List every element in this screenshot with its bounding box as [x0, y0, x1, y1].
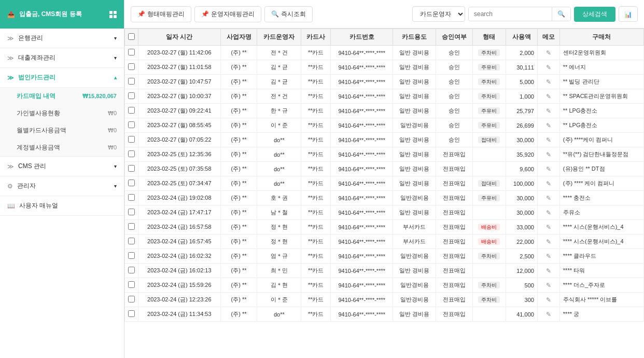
menu-cms-header[interactable]: ≫ CMS 관리 ▾ — [0, 157, 124, 176]
edit-icon[interactable]: ✎ — [546, 282, 551, 289]
row-company: (주) ** — [220, 176, 257, 191]
edit-icon[interactable]: ✎ — [546, 93, 551, 100]
operator-mapping-btn[interactable]: 📌 운영자매핑관리 — [194, 6, 261, 22]
row-purchase: (유)용인 ** DT점 — [559, 162, 643, 176]
row-amount: 30,000 — [506, 133, 537, 147]
row-cardno: 9410-64**-****-**** — [331, 89, 393, 104]
row-type: 주유비 — [472, 191, 506, 205]
select-all-checkbox[interactable] — [128, 33, 135, 40]
edit-icon[interactable]: ✎ — [546, 253, 551, 260]
row-checkbox[interactable] — [128, 107, 135, 114]
submenu-card-history[interactable]: 카드매입 내역 ₩15,820,067 — [0, 88, 124, 105]
row-checkbox[interactable] — [128, 121, 135, 128]
row-memo: ✎ — [537, 46, 559, 60]
row-checkbox[interactable] — [128, 296, 135, 302]
row-checkbox[interactable] — [128, 49, 135, 56]
row-datetime: 2023-02-27 (월) 09:22:41 — [138, 104, 221, 118]
row-purchase: (주) **** 케이 컴퍼니 — [559, 176, 643, 191]
edit-icon[interactable]: ✎ — [546, 180, 551, 187]
row-amount: 30,111 — [506, 60, 537, 75]
row-checkbox[interactable] — [128, 310, 135, 317]
search-input[interactable] — [469, 7, 552, 21]
sidebar-menu: ≫ 은행관리 ▾ ≫ 대출계좌관리 ▾ ≫ 법인카드관리 ▴ 카드매입 내역 — [0, 29, 124, 358]
edit-icon[interactable]: ✎ — [546, 267, 551, 274]
row-checkbox[interactable] — [128, 180, 135, 186]
row-approval: 전표매입 — [436, 205, 472, 220]
edit-icon[interactable]: ✎ — [546, 296, 551, 304]
row-cardco: **카드 — [301, 220, 331, 235]
search-button[interactable]: 🔍 — [552, 7, 570, 21]
row-type: 주유비 — [472, 118, 506, 133]
edit-icon[interactable]: ✎ — [546, 122, 551, 129]
menu-manual-header[interactable]: 📖 사용자 매뉴얼 — [0, 196, 124, 215]
row-checkbox-cell — [125, 278, 138, 293]
row-memo: ✎ — [537, 162, 559, 176]
row-company: (주) ** — [220, 118, 257, 133]
edit-icon[interactable]: ✎ — [546, 238, 551, 245]
type-badge: 주차비 — [478, 282, 500, 288]
edit-icon[interactable]: ✎ — [546, 166, 551, 173]
edit-icon[interactable]: ✎ — [546, 136, 551, 144]
row-checkbox[interactable] — [128, 78, 135, 85]
edit-icon[interactable]: ✎ — [546, 64, 551, 71]
menu-admin-header[interactable]: ⚙ 관리자 ▾ — [0, 176, 124, 196]
row-cardno: 9410-64**-****-**** — [331, 249, 393, 264]
type-badge: 주차비 — [478, 49, 500, 56]
row-operator: do** — [257, 307, 301, 322]
excel-btn[interactable]: 📊 — [619, 6, 638, 22]
edit-icon[interactable]: ✎ — [546, 107, 551, 115]
row-type: 주차비 — [472, 278, 506, 293]
row-amount: 2,000 — [506, 46, 537, 60]
row-purpose: 일반 경비용 — [393, 176, 436, 191]
menu-bank-header[interactable]: ≫ 은행관리 ▾ — [0, 29, 124, 48]
edit-icon[interactable]: ✎ — [546, 224, 551, 231]
row-checkbox[interactable] — [128, 63, 135, 70]
edit-icon[interactable]: ✎ — [546, 151, 551, 158]
row-cardco: **카드 — [301, 162, 331, 176]
edit-icon[interactable]: ✎ — [546, 209, 551, 216]
row-purpose: 부서카드 — [393, 220, 436, 235]
row-company: (주) ** — [220, 249, 257, 264]
row-checkbox-cell — [125, 191, 138, 205]
table-row: 2023-02-27 (월) 09:22:41 (주) ** 한＊규 **카드 … — [125, 104, 644, 118]
submenu-personal-usage[interactable]: 가인별사용현황 ₩0 — [0, 105, 124, 122]
submenu-account-usage[interactable]: 계정별사용금액 ₩0 — [0, 139, 124, 156]
category-select[interactable]: 카드운영자 사업자명 카드번호 — [412, 6, 465, 22]
instant-inquiry-btn[interactable]: 🔍 즉시조회 — [264, 6, 313, 22]
row-checkbox[interactable] — [128, 165, 135, 172]
row-company: (주) ** — [220, 46, 257, 60]
menu-loan-header[interactable]: ≫ 대출계좌관리 ▾ — [0, 48, 124, 67]
row-checkbox[interactable] — [128, 136, 135, 143]
row-checkbox[interactable] — [128, 194, 135, 201]
detail-search-btn[interactable]: 상세검색 — [574, 7, 615, 22]
row-company: (주) ** — [220, 191, 257, 205]
row-amount: 30,000 — [506, 205, 537, 220]
form-mapping-btn[interactable]: 📌 형태매핑관리 — [131, 6, 191, 22]
row-checkbox[interactable] — [128, 281, 135, 288]
edit-icon[interactable]: ✎ — [546, 311, 551, 318]
row-amount: 12,000 — [506, 264, 537, 278]
edit-icon[interactable]: ✎ — [546, 195, 551, 202]
menu-corpcard-header[interactable]: ≫ 법인카드관리 ▴ — [0, 68, 124, 87]
row-operator: do** — [257, 133, 301, 147]
edit-icon[interactable]: ✎ — [546, 78, 551, 86]
row-memo: ✎ — [537, 191, 559, 205]
row-checkbox[interactable] — [128, 267, 135, 273]
row-type: 주차비 — [472, 46, 506, 60]
row-checkbox[interactable] — [128, 223, 135, 230]
submenu-monthly-usage[interactable]: 월별카드사용금액 ₩0 — [0, 122, 124, 139]
row-checkbox[interactable] — [128, 252, 135, 259]
row-checkbox[interactable] — [128, 92, 135, 99]
table-row: 2023-02-24 (금) 11:34:53 (주) ** do** **카드… — [125, 307, 644, 322]
row-cardco: **카드 — [301, 191, 331, 205]
edit-icon[interactable]: ✎ — [546, 49, 551, 57]
row-amount: 300 — [506, 293, 537, 307]
row-checkbox[interactable] — [128, 238, 135, 244]
row-company: (주) ** — [220, 205, 257, 220]
row-purpose: 일반 경비용 — [393, 133, 436, 147]
row-checkbox[interactable] — [128, 150, 135, 157]
row-checkbox[interactable] — [128, 209, 135, 215]
row-cardno: 9410-64**-****-**** — [331, 176, 393, 191]
row-purchase: **** 시스(운행서비스)_4 — [559, 235, 643, 249]
corpcard-icon: ≫ — [7, 74, 14, 81]
